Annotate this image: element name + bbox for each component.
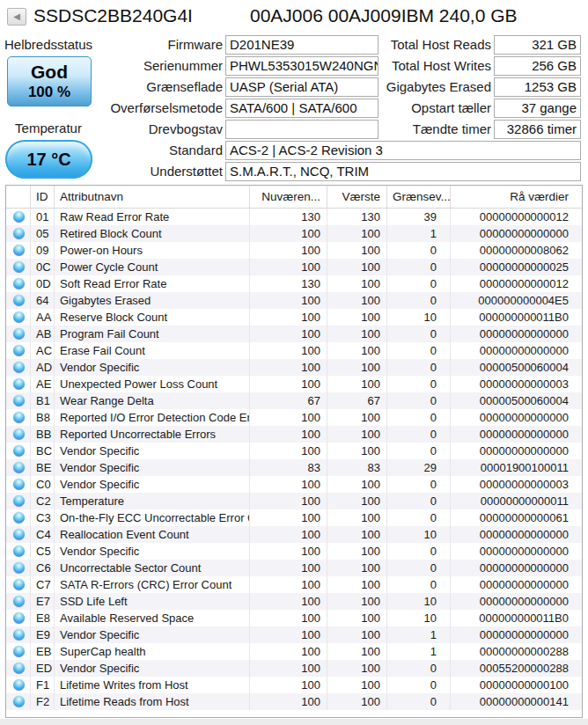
table-row[interactable]: EBSuperCap health100100100000000000288 <box>6 643 582 660</box>
table-row[interactable]: C5Vendor Specific100100000000000000000 <box>6 543 582 560</box>
cell-threshold: 0 <box>387 409 451 426</box>
field-value-opstart-tæller[interactable]: 37 gange <box>494 99 581 118</box>
field-value-total-host-writes[interactable]: 256 GB <box>494 56 581 76</box>
cell-attribute-name: Unexpected Power Loss Count <box>55 376 250 392</box>
table-row[interactable]: F1Lifetime Writes from Host1001000000000… <box>6 677 582 693</box>
cell-attribute-name: Retired Block Count <box>55 225 250 242</box>
column-header-current[interactable]: Nuværen... <box>250 186 327 208</box>
table-row[interactable]: E8Available Reserved Space10010010000000… <box>6 610 582 626</box>
cell-attribute-name: Temperature <box>55 493 250 509</box>
cell-id: B1 <box>31 392 55 409</box>
table-row[interactable]: B8Reported I/O Error Detection Code Erro… <box>6 409 582 426</box>
cell-raw-value: 00000000000061 <box>451 509 582 526</box>
cell-current: 100 <box>250 242 327 259</box>
table-row[interactable]: EDVendor Specific100100000055200000288 <box>6 660 582 677</box>
table-row[interactable]: BCVendor Specific100100000000000000000 <box>6 443 582 459</box>
column-header-raw[interactable]: Rå værdier <box>451 186 582 208</box>
table-row[interactable]: C2Temperature100100000000000000011 <box>6 493 582 509</box>
status-cell <box>6 660 31 677</box>
cell-threshold: 0 <box>387 660 451 677</box>
cell-raw-value: 00000000000011 <box>451 493 582 509</box>
table-row[interactable]: BEVendor Specific83832900001900100011 <box>6 459 582 476</box>
column-header-status[interactable] <box>6 186 31 208</box>
cell-raw-value: 00000000000288 <box>451 643 582 660</box>
table-row[interactable]: C7SATA R-Errors (CRC) Error Count1001000… <box>6 576 582 593</box>
cell-worst: 100 <box>327 476 387 493</box>
cell-worst: 100 <box>327 426 387 443</box>
status-good-orb-icon <box>13 328 25 340</box>
table-row[interactable]: 01Raw Read Error Rate1301303900000000000… <box>6 209 582 225</box>
back-button[interactable]: ◀ <box>7 8 26 26</box>
table-row[interactable]: ABProgram Fail Count10010000000000000000… <box>6 326 582 342</box>
cell-raw-value: 00055200000288 <box>451 660 582 677</box>
table-row[interactable]: 0DSoft Read Error Rate130100000000000000… <box>6 275 582 292</box>
table-row[interactable]: ADVendor Specific100100000000500060004 <box>6 359 582 376</box>
cell-raw-value: 00000000000000 <box>451 225 582 242</box>
field-value-tændte-timer[interactable]: 32866 timer <box>494 120 581 139</box>
cell-threshold: 10 <box>387 309 451 326</box>
cell-raw-value: 00000000000003 <box>451 476 582 493</box>
status-good-orb-icon <box>13 395 25 406</box>
cell-id: E8 <box>31 610 55 626</box>
cell-attribute-name: Vendor Specific <box>55 543 250 560</box>
cell-current: 100 <box>250 309 327 326</box>
cell-current: 100 <box>250 225 327 242</box>
cell-current: 100 <box>250 409 327 426</box>
cell-attribute-name: Raw Read Error Rate <box>55 209 250 225</box>
table-row[interactable]: 0CPower Cycle Count100100000000000000025 <box>6 259 582 275</box>
cell-worst: 100 <box>327 677 387 693</box>
status-cell <box>6 275 31 292</box>
status-good-orb-icon <box>13 596 25 607</box>
field-value-total-host-reads[interactable]: 321 GB <box>494 35 581 55</box>
table-row[interactable]: AAReserve Block Count1001001000000000001… <box>6 309 582 326</box>
cell-threshold: 10 <box>387 526 451 543</box>
table-row[interactable]: C3On-the-Fly ECC Uncorrectable Error Co.… <box>6 509 582 526</box>
status-good-orb-icon <box>13 445 25 457</box>
cell-id: C3 <box>31 509 55 526</box>
table-row[interactable]: C0Vendor Specific100100000000000000003 <box>6 476 582 493</box>
column-header-worst[interactable]: Værste <box>327 186 387 208</box>
field-label-standard: Standard <box>0 141 223 160</box>
cell-worst: 100 <box>327 493 387 509</box>
cell-current: 130 <box>250 209 327 225</box>
cell-worst: 100 <box>327 376 387 392</box>
cell-worst: 100 <box>327 660 387 677</box>
field-value-understøttet[interactable]: S.M.A.R.T., NCQ, TRIM <box>225 162 581 181</box>
cell-attribute-name: Gigabytes Erased <box>55 292 250 309</box>
table-row[interactable]: B1Wear Range Delta6767000000500060004 <box>6 392 582 409</box>
table-row[interactable]: 05Retired Block Count1001001000000000000… <box>6 225 582 242</box>
cell-current: 83 <box>250 459 327 476</box>
cell-worst: 100 <box>327 326 387 342</box>
column-header-threshold[interactable]: Grænsev... <box>387 186 451 208</box>
table-row[interactable]: F2Lifetime Reads from Host10010000000000… <box>6 693 582 710</box>
cell-threshold: 0 <box>387 275 451 292</box>
table-row[interactable]: E7SSD Life Left1001001000000000000000 <box>6 593 582 610</box>
column-header-id[interactable]: ID <box>31 186 55 208</box>
table-row[interactable]: C6Uncorrectable Sector Count100100000000… <box>6 560 582 576</box>
field-value-grænseflade[interactable]: UASP (Serial ATA) <box>225 77 379 97</box>
table-row[interactable]: BBReported Uncorrectable Errors100100000… <box>6 426 582 443</box>
field-value-serienummer[interactable]: PHWL5353015W240NGN <box>225 56 379 76</box>
table-row[interactable]: ACErase Fail Count100100000000000000000 <box>6 342 582 359</box>
field-value-firmware[interactable]: D201NE39 <box>225 35 379 55</box>
table-row[interactable]: C4Reallocation Event Count10010010000000… <box>6 526 582 543</box>
field-value-standard[interactable]: ACS-2 | ACS-2 Revision 3 <box>225 141 581 160</box>
cell-id: AB <box>31 326 55 342</box>
cell-attribute-name: Soft Read Error Rate <box>55 275 250 292</box>
table-row[interactable]: AEUnexpected Power Loss Count10010000000… <box>6 376 582 392</box>
cell-current: 100 <box>250 509 327 526</box>
cell-worst: 100 <box>327 526 387 543</box>
field-value-overførselsmetode[interactable]: SATA/600 | SATA/600 <box>225 99 379 118</box>
column-header-name[interactable]: Attributnavn <box>55 186 250 208</box>
cell-worst: 100 <box>327 693 387 710</box>
status-good-orb-icon <box>13 663 25 674</box>
field-value-drevbogstav[interactable] <box>225 120 379 139</box>
status-cell <box>6 309 31 326</box>
table-row[interactable]: 09Power-on Hours100100000000000008062 <box>6 242 582 259</box>
table-row[interactable]: 64Gigabytes Erased1001000000000000004E5 <box>6 292 582 309</box>
table-row[interactable]: E9Vendor Specific100100100000000000000 <box>6 626 582 643</box>
cell-raw-value: 00000000000100 <box>451 677 582 693</box>
cell-raw-value: 00000000000141 <box>451 693 582 710</box>
field-value-gigabytes-erased[interactable]: 1253 GB <box>494 77 581 97</box>
status-good-orb-icon <box>13 495 25 507</box>
